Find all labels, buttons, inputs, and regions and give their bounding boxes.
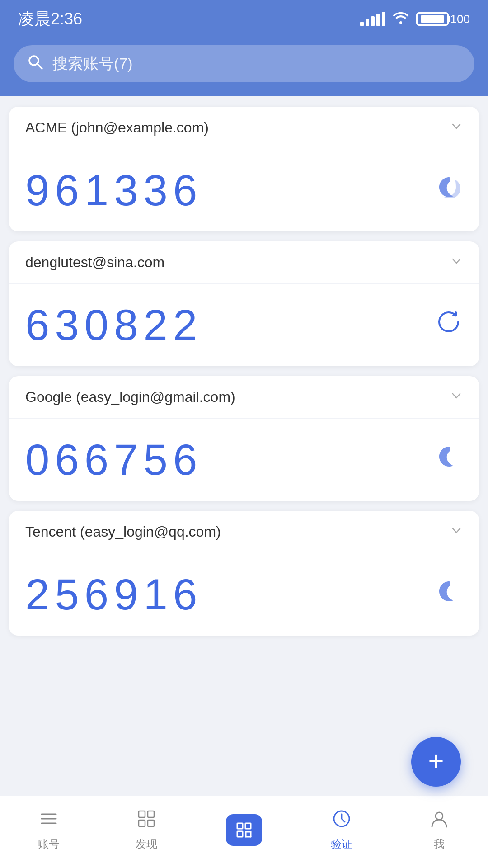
status-bar: 凌晨2:36 100 (0, 0, 488, 36)
search-icon (27, 54, 43, 74)
svg-rect-10 (245, 823, 251, 829)
account-name-denglutest: denglutest@sina.com (25, 254, 164, 271)
moon-icon (436, 443, 463, 477)
main-content: ACME (john@example.com) 961336 denglutes… (0, 96, 488, 796)
svg-line-1 (38, 64, 42, 69)
svg-rect-11 (237, 831, 243, 837)
otp-section-google: 066756 (9, 419, 479, 501)
nav-label-accounts: 账号 (38, 837, 60, 851)
nav-label-verify: 验证 (331, 837, 352, 851)
chevron-down-icon (450, 120, 463, 136)
account-header-denglutest[interactable]: denglutest@sina.com (9, 241, 479, 284)
nav-item-me[interactable]: 我 (390, 809, 488, 851)
chevron-down-icon (450, 524, 463, 540)
account-header-google[interactable]: Google (easy_login@gmail.com) (9, 376, 479, 419)
wifi-icon (393, 11, 409, 28)
chevron-down-icon (450, 389, 463, 405)
account-card-google[interactable]: Google (easy_login@gmail.com) 066756 (9, 376, 479, 501)
battery-label: 100 (450, 12, 470, 26)
account-name-acme: ACME (john@example.com) (25, 119, 209, 136)
account-name-tencent: Tencent (easy_login@qq.com) (25, 524, 221, 540)
moon-icon (436, 174, 463, 208)
nav-item-verify[interactable]: 验证 (293, 809, 390, 851)
plus-icon: + (428, 747, 444, 774)
nav-item-discover[interactable]: 发现 (98, 809, 195, 851)
svg-rect-9 (237, 823, 243, 829)
nav-label-discover: 发现 (136, 837, 157, 851)
menu-icon (39, 809, 59, 833)
otp-code-acme: 961336 (25, 165, 202, 215)
header: 搜索账号(7) (0, 36, 488, 96)
search-placeholder: 搜索账号(7) (52, 53, 133, 74)
chevron-down-icon (450, 255, 463, 270)
moon-icon (436, 578, 463, 612)
otp-code-denglutest: 630822 (25, 300, 202, 350)
account-card-acme[interactable]: ACME (john@example.com) 961336 (9, 107, 479, 231)
account-name-google: Google (easy_login@gmail.com) (25, 389, 235, 406)
account-card-denglutest[interactable]: denglutest@sina.com 630822 (9, 241, 479, 366)
nav-item-scan[interactable] (195, 814, 293, 846)
scan-icon-bg[interactable] (226, 814, 262, 846)
svg-rect-5 (139, 811, 145, 817)
status-icons: 100 (360, 11, 470, 28)
otp-code-google: 066756 (25, 435, 202, 485)
search-bar[interactable]: 搜索账号(7) (14, 45, 474, 82)
otp-code-tencent: 256916 (25, 570, 202, 619)
grid-icon (136, 809, 156, 833)
otp-section-acme: 961336 (9, 149, 479, 231)
svg-rect-7 (139, 820, 145, 826)
account-header-acme[interactable]: ACME (john@example.com) (9, 107, 479, 149)
person-icon (429, 809, 449, 833)
account-header-tencent[interactable]: Tencent (easy_login@qq.com) (9, 511, 479, 553)
otp-section-tencent: 256916 (9, 553, 479, 636)
bottom-nav: 账号 发现 (0, 796, 488, 868)
status-time: 凌晨2:36 (18, 8, 82, 30)
nav-label-me: 我 (434, 837, 445, 851)
otp-section-denglutest: 630822 (9, 284, 479, 366)
account-card-tencent[interactable]: Tencent (easy_login@qq.com) 256916 (9, 511, 479, 636)
battery-indicator: 100 (416, 12, 470, 26)
clock-icon (332, 809, 352, 833)
refresh-icon[interactable] (435, 308, 463, 343)
svg-point-17 (436, 812, 443, 820)
nav-item-accounts[interactable]: 账号 (0, 809, 98, 851)
svg-rect-6 (148, 811, 154, 817)
add-account-button[interactable]: + (411, 737, 461, 787)
svg-rect-8 (148, 820, 154, 826)
signal-icon (360, 12, 385, 26)
